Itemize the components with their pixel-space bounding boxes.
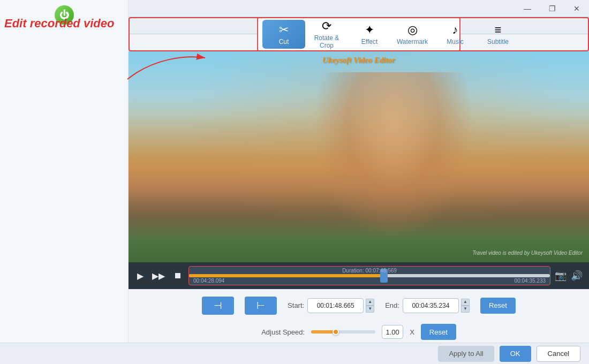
toolbar-icon-effect: ✦	[365, 23, 374, 37]
toolbar-label-rotate-crop: Rotate & Crop	[313, 34, 341, 49]
toolbar-label-cut: Cut	[279, 38, 289, 46]
start-spin-up[interactable]: ▲	[366, 299, 374, 306]
playback-bar: ▶ ▶▶ ⏹ 00:04:28.094 Duration: 00:07:46.5…	[129, 262, 589, 289]
toolbar-label-music: Music	[447, 38, 463, 46]
toolbar-btn-watermark[interactable]: ◎ Watermark	[391, 20, 434, 49]
volume-button[interactable]: 🔊	[571, 270, 583, 282]
toolbar: ✂ Cut ⟳ Rotate & Crop ✦ Effect ◎ Waterma…	[257, 17, 460, 51]
toolbar-label-watermark: Watermark	[397, 38, 428, 46]
toolbar-btn-effect[interactable]: ✦ Effect	[348, 20, 391, 49]
main-area: Ukeysoft Video Editor Travel video is ed…	[0, 51, 589, 364]
end-time-group: End: ▲ ▼	[385, 298, 470, 313]
person-glow	[313, 72, 474, 241]
close-button[interactable]: ✕	[564, 0, 589, 17]
stop-button[interactable]: ⏹	[171, 270, 184, 282]
progress-time-right: 00:04:35.233	[515, 278, 546, 284]
toolbar-label-effect: Effect	[361, 38, 377, 46]
screenshot-button[interactable]: 📷	[555, 270, 567, 282]
end-time-input[interactable]	[403, 298, 459, 313]
clip-start-icon: ⊣	[214, 300, 222, 312]
clip-end-button[interactable]: ⊢	[245, 297, 277, 315]
end-spin-up[interactable]: ▲	[461, 299, 470, 306]
minimize-button[interactable]: —	[515, 0, 540, 17]
speed-slider-thumb[interactable]	[333, 329, 339, 335]
speed-value-input[interactable]	[382, 325, 403, 339]
window-controls: — ❐ ✕	[515, 0, 589, 17]
annotation-text: Edit recorded video	[4, 17, 114, 30]
toolbar-btn-music[interactable]: ♪ Music	[434, 20, 477, 49]
start-time-input[interactable]	[307, 298, 364, 313]
toolbar-btn-rotate-crop[interactable]: ⟳ Rotate & Crop	[305, 16, 348, 52]
progress-bar[interactable]: 00:04:28.094 Duration: 00:07:46.569 00:0…	[188, 266, 550, 285]
start-time-spinner: ▲ ▼	[366, 299, 374, 313]
ok-button[interactable]: OK	[500, 346, 531, 362]
start-spin-down[interactable]: ▼	[366, 306, 374, 313]
play-button[interactable]: ▶	[135, 270, 146, 282]
end-spin-down[interactable]: ▼	[461, 306, 470, 313]
toolbar-icon-cut: ✂	[279, 23, 289, 37]
time-reset-button[interactable]: Reset	[480, 298, 516, 314]
end-label: End:	[385, 301, 399, 309]
toolbar-btn-subtitle[interactable]: ≡ Subtitle	[477, 20, 519, 49]
speed-control: Adjust Speed: X Reset	[129, 321, 589, 343]
video-preview: Ukeysoft Video Editor Travel video is ed…	[129, 51, 589, 262]
fast-forward-button[interactable]: ▶▶	[150, 270, 167, 282]
action-bar: Apply to All OK Cancel	[0, 343, 589, 364]
cancel-button[interactable]: Cancel	[537, 346, 580, 362]
speed-reset-button[interactable]: Reset	[421, 324, 456, 340]
video-brand: Ukeysoft Video Editor	[322, 56, 395, 65]
toolbar-btn-cut[interactable]: ✂ Cut	[262, 20, 305, 49]
toolbar-label-subtitle: Subtitle	[487, 38, 509, 46]
maximize-button[interactable]: ❐	[540, 0, 564, 17]
progress-track	[189, 274, 550, 277]
watermark-text: Travel video is edited by Ukeysoft Video…	[472, 250, 583, 256]
progress-duration: Duration: 00:07:46.569	[342, 268, 397, 274]
toolbar-icon-watermark: ◎	[407, 23, 418, 37]
apply-all-button[interactable]: Apply to All	[438, 346, 494, 362]
toolbar-icon-music: ♪	[452, 23, 458, 37]
clip-end-icon: ⊢	[256, 300, 265, 312]
clip-start-button[interactable]: ⊣	[202, 297, 234, 315]
edit-controls: ⊣ ⊢ Start: ▲ ▼ End: ▲ ▼ Reset	[129, 289, 589, 321]
speed-label: Adjust Speed:	[261, 328, 305, 336]
speed-unit: X	[410, 328, 414, 336]
progress-time-left: 00:04:28.094	[193, 278, 224, 284]
start-label: Start:	[288, 301, 304, 309]
progress-filled	[189, 274, 388, 277]
speed-slider[interactable]	[311, 330, 375, 333]
start-time-group: Start: ▲ ▼	[288, 298, 374, 313]
video-area: Ukeysoft Video Editor Travel video is ed…	[129, 51, 589, 262]
annotation: Edit recorded video	[4, 16, 114, 32]
toolbar-icon-rotate-crop: ⟳	[322, 19, 331, 33]
toolbar-icon-subtitle: ≡	[495, 23, 502, 37]
end-time-spinner: ▲ ▼	[461, 299, 470, 313]
